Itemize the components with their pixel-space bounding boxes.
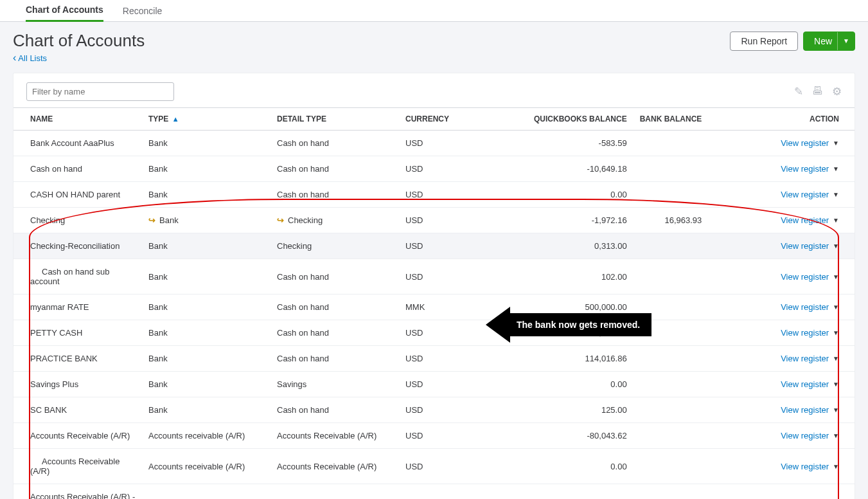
cell-action: View register▼ — [708, 423, 855, 449]
view-register-link[interactable]: View register — [781, 138, 829, 148]
col-bank-balance[interactable]: BANK BALANCE — [633, 108, 709, 131]
table-row[interactable]: Cash on hand sub accountBankCash on hand… — [13, 259, 855, 295]
cell-name: myanmar RATE — [13, 295, 142, 320]
back-link-all-lists[interactable]: All Lists — [13, 52, 47, 64]
cell-detail: Cash on hand — [270, 259, 399, 295]
cell-bank-balance: 16,963.93 — [633, 208, 709, 233]
col-action: ACTION — [708, 108, 855, 131]
table-row[interactable]: Checking-ReconciliationBankCheckingUSD0,… — [13, 233, 855, 259]
sort-asc-icon: ▲ — [172, 115, 179, 123]
cell-type: Bank — [142, 346, 270, 372]
cell-type: Bank — [142, 259, 270, 295]
row-action-dropdown-icon[interactable]: ▼ — [833, 304, 839, 311]
cell-bank-balance — [633, 397, 709, 423]
cell-qb-balance: 0,313.00 — [527, 233, 633, 259]
table-row[interactable]: myanmar RATEBankCash on handMMK500,000.0… — [13, 295, 855, 320]
view-register-link[interactable]: View register — [781, 164, 829, 174]
cell-action: View register▼ — [708, 131, 855, 156]
cell-detail: Accounts Receivable (A/R) — [270, 449, 399, 484]
table-row[interactable]: Savings PlusBankSavingsUSD0.00View regis… — [13, 372, 855, 397]
cell-currency: USD — [399, 320, 527, 346]
table-row[interactable]: Cash on handBankCash on handUSD-10,649.1… — [13, 156, 855, 182]
cell-bank-balance — [633, 449, 709, 484]
row-action-dropdown-icon[interactable]: ▼ — [833, 329, 839, 336]
view-register-link[interactable]: View register — [781, 497, 829, 500]
edit-icon[interactable]: ✎ — [794, 85, 803, 98]
cell-qb-balance: 114,016.86 — [527, 346, 633, 372]
row-action-dropdown-icon[interactable]: ▼ — [833, 140, 839, 147]
table-row[interactable]: Bank Account AaaPlusBankCash on handUSD-… — [13, 131, 855, 156]
view-register-link[interactable]: View register — [781, 431, 829, 440]
cell-detail: Cash on hand — [270, 320, 399, 346]
table-row[interactable]: Accounts Receivable (A/R) - CADAccounts … — [13, 484, 855, 500]
table-row[interactable]: Accounts Receivable (A/R)Accounts receiv… — [13, 423, 855, 449]
view-register-link[interactable]: View register — [781, 328, 829, 338]
view-register-link[interactable]: View register — [781, 272, 829, 282]
row-action-dropdown-icon[interactable]: ▼ — [833, 165, 839, 172]
tab-reconcile[interactable]: Reconcile — [123, 1, 162, 21]
cell-bank-balance — [633, 131, 709, 156]
cell-name: Accounts Receivable (A/R) — [13, 449, 142, 484]
cell-type: Bank — [142, 320, 270, 346]
filter-input[interactable] — [26, 82, 174, 101]
tabs-bar: Chart of Accounts Reconcile — [0, 0, 868, 22]
cell-type: Bank — [142, 295, 270, 320]
cell-type: Accounts receivable (A/R) — [142, 484, 270, 500]
tab-chart-of-accounts[interactable]: Chart of Accounts — [26, 0, 103, 22]
table-row[interactable]: CASH ON HAND parentBankCash on handUSD0.… — [13, 182, 855, 208]
row-action-dropdown-icon[interactable]: ▼ — [833, 432, 839, 439]
cell-type: Bank — [142, 233, 270, 259]
row-action-dropdown-icon[interactable]: ▼ — [833, 217, 839, 224]
row-action-dropdown-icon[interactable]: ▼ — [833, 406, 839, 413]
cell-detail: Checking — [270, 233, 399, 259]
cell-qb-balance: 0.00 — [527, 372, 633, 397]
cell-type: Accounts receivable (A/R) — [142, 449, 270, 484]
view-register-link[interactable]: View register — [781, 190, 829, 199]
cell-detail: Cash on hand — [270, 131, 399, 156]
cell-bank-balance — [633, 182, 709, 208]
row-action-dropdown-icon[interactable]: ▼ — [833, 381, 839, 388]
cell-detail: Cash on hand — [270, 182, 399, 208]
col-qb-balance[interactable]: QUICKBOOKS BALANCE — [527, 108, 633, 131]
row-action-dropdown-icon[interactable]: ▼ — [833, 191, 839, 198]
cell-detail: Cash on hand — [270, 156, 399, 182]
cell-qb-balance: 125.00 — [527, 397, 633, 423]
accounts-table: NAME TYPE ▲ DETAIL TYPE CURRENCY QUICKBO… — [13, 107, 855, 499]
table-row[interactable]: PETTY CASHBankCash on handUSD-6,230.78Vi… — [13, 320, 855, 346]
table-row[interactable]: Accounts Receivable (A/R)Accounts receiv… — [13, 449, 855, 484]
cell-bank-balance — [633, 233, 709, 259]
view-register-link[interactable]: View register — [781, 215, 829, 225]
table-row[interactable]: PRACTICE BANKBankCash on handUSD114,016.… — [13, 346, 855, 372]
gear-icon[interactable]: ⚙ — [832, 85, 842, 98]
row-action-dropdown-icon[interactable]: ▼ — [833, 242, 839, 250]
new-button-label: New — [814, 36, 832, 46]
view-register-link[interactable]: View register — [781, 462, 829, 471]
chevron-down-icon[interactable]: ▼ — [843, 37, 849, 44]
col-type[interactable]: TYPE ▲ — [142, 108, 270, 131]
row-action-dropdown-icon[interactable]: ▼ — [833, 273, 839, 280]
view-register-link[interactable]: View register — [781, 405, 829, 415]
print-icon[interactable]: 🖶 — [812, 85, 823, 98]
cell-action: View register▼ — [708, 156, 855, 182]
row-action-dropdown-icon[interactable]: ▼ — [833, 355, 839, 362]
view-register-link[interactable]: View register — [781, 302, 829, 312]
col-name[interactable]: NAME — [13, 108, 142, 131]
table-header-row: NAME TYPE ▲ DETAIL TYPE CURRENCY QUICKBO… — [13, 108, 855, 131]
view-register-link[interactable]: View register — [781, 241, 829, 251]
row-action-dropdown-icon[interactable]: ▼ — [833, 463, 839, 470]
col-detail[interactable]: DETAIL TYPE — [270, 108, 399, 131]
cell-currency: USD — [399, 131, 527, 156]
cell-qb-balance: 102.00 — [527, 259, 633, 295]
cell-qb-balance: 500,000.00 — [527, 295, 633, 320]
table-row[interactable]: CheckingBankCheckingUSD-1,972.1616,963.9… — [13, 208, 855, 233]
table-row[interactable]: SC BANKBankCash on handUSD125.00View reg… — [13, 397, 855, 423]
cell-name: PRACTICE BANK — [13, 346, 142, 372]
view-register-link[interactable]: View register — [781, 354, 829, 363]
col-currency[interactable]: CURRENCY — [399, 108, 527, 131]
cell-bank-balance — [633, 295, 709, 320]
cell-bank-balance — [633, 423, 709, 449]
cell-detail: Checking — [270, 208, 399, 233]
view-register-link[interactable]: View register — [781, 379, 829, 389]
run-report-button[interactable]: Run Report — [730, 32, 798, 51]
new-button[interactable]: New ▼ — [803, 32, 855, 51]
